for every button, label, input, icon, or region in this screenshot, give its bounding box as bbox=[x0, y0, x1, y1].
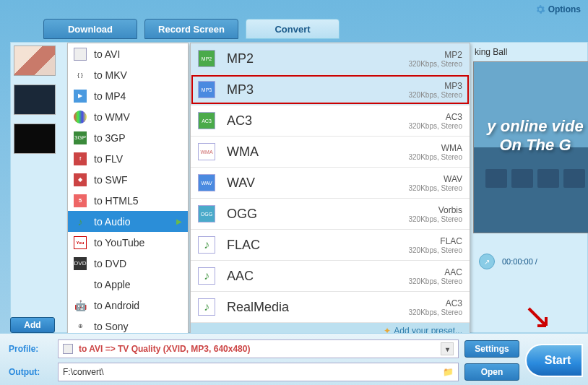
settings-button[interactable]: Settings bbox=[464, 340, 519, 358]
bottom-bar: Profile: to AVI => TV Quality (XVID, MP3… bbox=[0, 333, 588, 385]
aac-icon: ♪ bbox=[198, 267, 215, 285]
profile-icon bbox=[63, 344, 73, 354]
play-arrow-icon: ↗ bbox=[484, 258, 490, 266]
format-menu: to AVI { }to MKV ▶to MP4 to WMV 3GPto 3G… bbox=[67, 43, 189, 337]
mp3-icon: MP3 bbox=[198, 81, 215, 98]
preview-image: y online vide On The G bbox=[473, 61, 588, 233]
format-to-flv[interactable]: fto FLV bbox=[68, 148, 188, 169]
format-to-apple[interactable]: to Apple bbox=[68, 274, 188, 295]
tab-download[interactable]: Download bbox=[43, 19, 137, 39]
ogg-icon: OGG bbox=[198, 205, 215, 222]
profile-dropdown[interactable]: to AVI => TV Quality (XVID, MP3, 640x480… bbox=[58, 339, 459, 358]
mp2-icon: MP2 bbox=[198, 50, 215, 67]
start-button[interactable]: Start bbox=[525, 344, 583, 377]
flac-icon: ♪ bbox=[198, 236, 215, 254]
format-to-avi[interactable]: to AVI bbox=[68, 43, 188, 64]
avi-icon bbox=[74, 48, 87, 61]
options-button[interactable]: Options bbox=[535, 4, 581, 14]
format-to-swf[interactable]: ◆to SWF bbox=[68, 169, 188, 190]
audio-icon: ♪ bbox=[74, 215, 87, 228]
clip-thumbnail[interactable] bbox=[14, 46, 56, 76]
clip-title: king Ball bbox=[473, 43, 587, 61]
audio-format-aac[interactable]: ♪AACAAC320Kbps, Stereo bbox=[191, 261, 470, 292]
red-arrow-annotation bbox=[524, 304, 553, 333]
chevron-down-icon: ▾ bbox=[441, 342, 454, 355]
format-to-html5[interactable]: 5to HTML5 bbox=[68, 190, 188, 211]
wmv-icon bbox=[74, 111, 87, 124]
tab-record-screen[interactable]: Record Screen bbox=[144, 19, 238, 39]
android-icon: 🤖 bbox=[74, 299, 87, 312]
html5-icon: 5 bbox=[74, 194, 87, 207]
audio-format-mp3[interactable]: MP3MP3MP3320Kbps, Stereo bbox=[191, 74, 470, 105]
format-to-dvd[interactable]: DVDto DVD bbox=[68, 253, 188, 274]
folder-icon[interactable]: 📁 bbox=[443, 367, 454, 377]
3gp-icon: 3GP bbox=[74, 131, 87, 144]
format-to-android[interactable]: 🤖to Android bbox=[68, 295, 188, 316]
clip-thumbnail[interactable] bbox=[14, 85, 56, 115]
preview-column: king Ball y online vide On The G ↗ 00:00… bbox=[473, 43, 587, 269]
audio-format-wav[interactable]: WAVWAVWAV320Kbps, Stereo bbox=[191, 168, 470, 199]
ac3-icon: AC3 bbox=[198, 112, 215, 129]
output-label: Output: bbox=[9, 367, 52, 377]
audio-format-flac[interactable]: ♪FLACFLAC320Kbps, Stereo bbox=[191, 230, 470, 261]
audio-format-mp2[interactable]: MP2MP2MP2320Kbps, Stereo bbox=[191, 43, 470, 74]
gear-icon bbox=[535, 4, 545, 14]
wma-icon: WMA bbox=[198, 143, 215, 160]
realmedia-icon: ♪ bbox=[198, 298, 215, 316]
flv-icon: f bbox=[74, 152, 87, 165]
youtube-icon: You bbox=[74, 236, 87, 249]
wav-icon: WAV bbox=[198, 174, 215, 191]
mp4-icon: ▶ bbox=[74, 90, 87, 103]
clip-thumbnail[interactable] bbox=[14, 124, 56, 154]
format-to-mkv[interactable]: { }to MKV bbox=[68, 64, 188, 85]
profile-label: Profile: bbox=[9, 344, 52, 354]
output-path-input[interactable]: F:\convert\ 📁 bbox=[58, 363, 459, 381]
format-to-audio[interactable]: ♪to Audio▶ bbox=[68, 211, 188, 232]
open-button[interactable]: Open bbox=[464, 363, 519, 381]
audio-format-realmedia[interactable]: ♪RealMediaAC3320Kbps, Stereo bbox=[191, 292, 470, 323]
dvd-icon: DVD bbox=[74, 257, 87, 270]
add-button[interactable]: Add bbox=[10, 317, 55, 333]
audio-format-wma[interactable]: WMAWMAWMA320Kbps, Stereo bbox=[191, 137, 470, 168]
audio-format-ogg[interactable]: OGGOGGVorbis320Kbps, Stereo bbox=[191, 199, 470, 230]
swf-icon: ◆ bbox=[74, 173, 87, 186]
mkv-icon: { } bbox=[74, 69, 87, 82]
thumbnail-list bbox=[11, 43, 59, 332]
chevron-right-icon: ▶ bbox=[176, 217, 182, 225]
sony-icon: ⊕ bbox=[74, 320, 87, 333]
format-to-wmv[interactable]: to WMV bbox=[68, 106, 188, 127]
format-to-youtube[interactable]: Youto YouTube bbox=[68, 232, 188, 253]
format-to-3gp[interactable]: 3GPto 3GP bbox=[68, 127, 188, 148]
workspace: to AVI { }to MKV ▶to MP4 to WMV 3GPto 3G… bbox=[10, 42, 588, 333]
tab-convert[interactable]: Convert bbox=[246, 19, 340, 39]
options-label: Options bbox=[548, 4, 581, 14]
apple-icon bbox=[74, 278, 87, 291]
timecode: 00:00:00 / bbox=[502, 257, 537, 266]
audio-format-ac3[interactable]: AC3AC3AC3320Kbps, Stereo bbox=[191, 105, 470, 137]
play-button[interactable]: ↗ bbox=[479, 254, 495, 269]
format-to-mp4[interactable]: ▶to MP4 bbox=[68, 85, 188, 106]
audio-format-panel: MP2MP2MP2320Kbps, Stereo MP3MP3MP3320Kbp… bbox=[190, 43, 470, 339]
